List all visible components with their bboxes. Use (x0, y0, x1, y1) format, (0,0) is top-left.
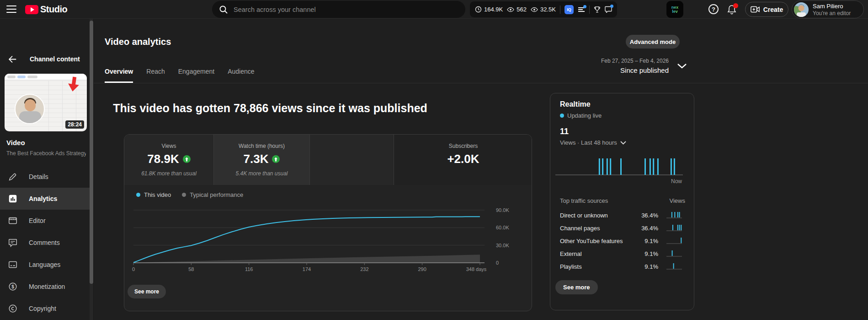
video-section-label: Video (6, 139, 25, 146)
tab-reach[interactable]: Reach (146, 68, 165, 83)
user-name: Sam Piliero (813, 3, 851, 10)
svg-text:60.0K: 60.0K (496, 225, 509, 230)
realtime-card: Realtime Updating live 11 Views · Last 4… (550, 93, 694, 310)
tab-overview[interactable]: Overview (105, 68, 133, 83)
realtime-views-dropdown[interactable]: Views · Last 48 hours (560, 139, 626, 146)
notification-dot (733, 3, 738, 8)
sidebar: Channel content 28:24 Video The Best Fac… (0, 19, 93, 320)
traffic-sparkline (666, 236, 683, 245)
video-duration-badge: 28:24 (65, 120, 84, 129)
copyright-icon (7, 303, 18, 314)
sidebar-item-editor[interactable]: Editor (0, 210, 90, 232)
search-icon (219, 5, 228, 14)
vidiq-icon[interactable]: IQ (564, 5, 574, 14)
live-dot-icon (560, 114, 564, 118)
sidebar-scrollbar-thumb[interactable] (90, 21, 93, 284)
realtime-bar-chart (555, 153, 688, 178)
avatar (794, 2, 809, 17)
main-content: Video analytics Advanced mode Overview R… (93, 19, 868, 320)
create-button[interactable]: Create (745, 2, 788, 17)
sidebar-item-analytics[interactable]: Analytics (0, 188, 90, 210)
traffic-sparkline (666, 249, 683, 258)
date-range-text: Feb 27, 2025 – Feb 4, 2026 (532, 58, 669, 64)
sidebar-item-comments[interactable]: Comments (0, 232, 90, 254)
sidebar-scrollbar-track (90, 19, 93, 320)
see-more-button[interactable]: See more (555, 280, 598, 294)
list-tool-icon[interactable] (578, 6, 585, 13)
back-label: Channel content (30, 55, 80, 63)
notification-dot (610, 5, 613, 8)
svg-text:174: 174 (303, 266, 311, 272)
date-range-selector[interactable]: Feb 27, 2025 – Feb 4, 2026 Since publish… (532, 58, 669, 74)
views-headline: This video has gotten 78,866 views since… (104, 102, 437, 115)
trophy-icon[interactable] (594, 6, 601, 13)
eye-icon (531, 7, 538, 12)
monetization-icon: $ (7, 281, 18, 292)
svg-text:58: 58 (188, 266, 194, 272)
traffic-sparkline (666, 223, 683, 233)
stat-views-2: 32.5K (531, 6, 556, 13)
chevron-down-icon[interactable] (677, 63, 687, 69)
realtime-title: Realtime (560, 100, 591, 108)
sidebar-item-details[interactable]: Details (0, 166, 90, 188)
topbar: Studio 164.9K 562 32.5K IQ (0, 0, 868, 19)
extension-stats-bar[interactable]: 164.9K 562 32.5K IQ (470, 1, 617, 17)
svg-text:116: 116 (245, 266, 253, 272)
editor-icon (7, 215, 18, 226)
comments-icon (7, 237, 18, 248)
user-role: You're an editor (813, 10, 851, 16)
search-input[interactable] (234, 6, 435, 13)
back-to-channel-content[interactable]: Channel content (0, 51, 90, 67)
svg-text:290: 290 (418, 266, 426, 272)
sheet-column-line (48, 81, 49, 131)
hamburger-menu-icon[interactable] (6, 5, 16, 13)
traffic-sparkline (666, 262, 683, 271)
tab-engagement[interactable]: Engagement (178, 68, 214, 83)
chat-tool-icon[interactable] (605, 6, 612, 13)
realtime-status: Updating live (560, 112, 602, 119)
notifications-bell-icon[interactable] (727, 4, 738, 15)
traffic-sparkline (666, 211, 683, 220)
video-thumbnail[interactable]: 28:24 (5, 74, 87, 131)
pencil-icon (7, 171, 18, 182)
key-metrics-card: Views 78.9K 61.8K more than usual Watch … (124, 134, 532, 311)
traffic-row: Other YouTube features9.1% (560, 234, 685, 247)
traffic-sources-header: Top traffic sources Views (560, 197, 685, 204)
notification-dot (583, 5, 586, 8)
analytics-tabs: Overview Reach Engagement Audience (105, 68, 255, 83)
red-arrow-icon (68, 76, 80, 92)
studio-logo[interactable]: Studio (25, 4, 67, 15)
svg-text:$: $ (11, 284, 14, 289)
sheet-column-line (62, 81, 63, 131)
see-more-button[interactable]: See more (128, 285, 166, 298)
youtube-play-icon (25, 5, 38, 14)
sidebar-item-monetization[interactable]: $ Monetization (0, 276, 90, 298)
presenter-photo (15, 94, 45, 124)
sidebar-item-copyright[interactable]: Copyright (0, 298, 90, 320)
tab-audience[interactable]: Audience (228, 68, 254, 83)
arrow-left-icon (7, 54, 17, 64)
search-bar[interactable] (212, 1, 465, 18)
svg-text:232: 232 (360, 266, 368, 272)
studio-wordmark: Studio (40, 4, 67, 15)
video-title: The Best Facebook Ads Strategy for ... (6, 150, 86, 157)
views-line-chart: 058116174232290348 days030.0K60.0K90.0K (124, 135, 532, 311)
eye-icon (507, 7, 514, 12)
stat-views-1: 562 (507, 6, 527, 13)
tabs-divider (94, 83, 868, 83)
nexlev-extension-icon[interactable]: nexlev (666, 1, 683, 18)
youtube-studio-app: Studio 164.9K 562 32.5K IQ (0, 0, 868, 320)
traffic-row: Playlists9.1% (560, 260, 685, 273)
chevron-down-icon (620, 141, 626, 145)
traffic-row: External9.1% (560, 247, 685, 260)
page-title: Video analytics (105, 37, 171, 47)
advanced-mode-button[interactable]: Advanced mode (626, 35, 680, 49)
realtime-views-count: 11 (560, 127, 569, 136)
sidebar-item-languages[interactable]: Languages (0, 254, 90, 276)
svg-text:0: 0 (496, 260, 499, 266)
account-menu[interactable]: Sam Piliero You're an editor (792, 0, 864, 18)
analytics-icon (7, 193, 18, 204)
traffic-row: Direct or unknown36.4% (560, 209, 685, 222)
date-mode-text: Since published (532, 66, 669, 74)
help-icon[interactable]: ? (708, 4, 719, 14)
